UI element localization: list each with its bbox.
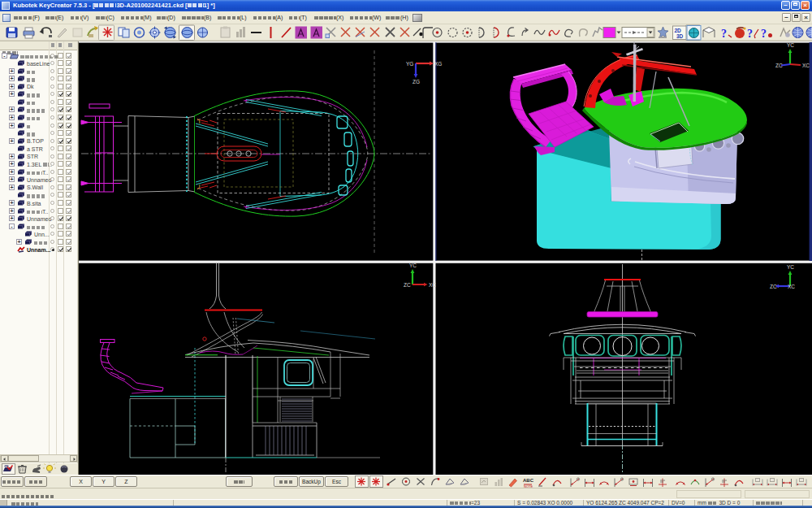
svg-text:YG: YG <box>406 61 413 67</box>
svg-text:YC: YC <box>787 264 794 270</box>
svg-text:XG: XG <box>434 61 442 67</box>
svg-text:ZC: ZC <box>404 282 411 288</box>
svg-text:?: ? <box>747 28 753 40</box>
svg-text:ZC: ZC <box>775 63 783 68</box>
svg-text:XC: XC <box>788 284 795 289</box>
svg-text:YC: YC <box>787 42 794 48</box>
svg-text:ZC: ZC <box>770 284 777 289</box>
svg-text:?: ? <box>761 28 767 40</box>
svg-text:3D: 3D <box>676 33 684 39</box>
svg-text:XC: XC <box>429 282 436 288</box>
svg-text:?: ? <box>721 28 727 40</box>
svg-text:ABC: ABC <box>523 478 534 483</box>
svg-text:ZG: ZG <box>412 79 420 85</box>
svg-text:YC: YC <box>409 263 417 268</box>
svg-text:2D: 2D <box>675 28 682 33</box>
svg-text:XC: XC <box>802 63 810 68</box>
